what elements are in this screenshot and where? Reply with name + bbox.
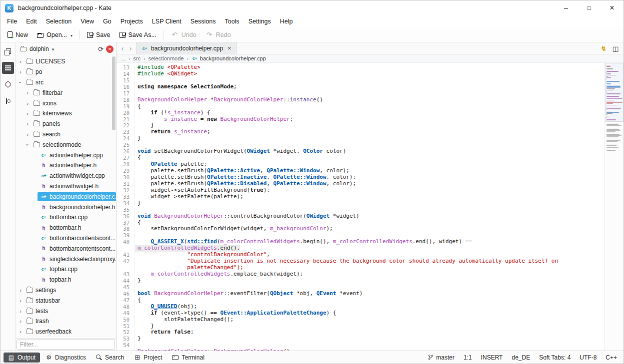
toolview-button-search[interactable]: Search	[92, 353, 128, 363]
expand-arrow-icon[interactable]	[24, 100, 30, 106]
expand-arrow-icon[interactable]	[24, 90, 30, 96]
breadcrumb-item-src[interactable]: src	[134, 55, 141, 61]
menu-selection[interactable]: Selection	[42, 16, 76, 26]
code-line[interactable]: 36void BackgroundColorHelper::controlBac…	[116, 213, 604, 220]
code-line[interactable]: 44}	[116, 278, 604, 284]
split-view-icon[interactable]	[612, 44, 618, 53]
tab-backgroundcolorhelper[interactable]: backgroundcolorhelper.cpp	[136, 42, 236, 54]
toolview-button-project[interactable]: Project	[130, 353, 166, 363]
tree-item-panels[interactable]: panels	[16, 119, 116, 129]
tree-item-selectionmode[interactable]: selectionmode	[16, 139, 116, 150]
status-master[interactable]: master	[428, 354, 454, 361]
code-line[interactable]: 21 s_instance = new BackgroundColorHelpe…	[116, 116, 604, 123]
toolview-button-terminal[interactable]: Terminal	[168, 353, 208, 363]
tree-item-po[interactable]: po	[16, 67, 116, 77]
code-editor[interactable]: 13#include <QPalette>14#include <QWidget…	[116, 63, 604, 351]
breadcrumb-item-backgroundcolorhelper-cpp[interactable]: backgroundcolorhelper.cpp	[192, 55, 266, 61]
close-button[interactable]	[600, 0, 624, 15]
code-line[interactable]: 43 m_colorControlledWidgets.emplace_back…	[116, 271, 604, 278]
code-line[interactable]: 38 setBackgroundColorForWidget(widget, m…	[116, 226, 604, 232]
tree-item-search[interactable]: search	[16, 129, 116, 140]
tree-item-filterbar[interactable]: filterbar	[16, 87, 116, 98]
tree-item-actionwithwidget-h[interactable]: actionwithwidget.h	[16, 181, 116, 192]
expand-arrow-icon[interactable]	[18, 318, 24, 324]
lightning-icon[interactable]	[601, 44, 606, 53]
tree-item-kitemviews[interactable]: kitemviews	[16, 108, 116, 119]
toolbar-open[interactable]: Open...	[33, 29, 76, 40]
code-line[interactable]: 23 return s_instance;	[116, 129, 604, 135]
tree-item-statusbar[interactable]: statusbar	[16, 295, 116, 306]
code-line[interactable]: 26void setBackgroundColorForWidget(QWidg…	[116, 148, 604, 155]
code-line[interactable]: 52 return false;	[116, 329, 604, 336]
maximize-button[interactable]	[578, 0, 600, 15]
breadcrumb-item-selectionmode[interactable]: selectionmode	[148, 55, 184, 61]
code-line[interactable]: BackgroundColorHelper::BackgroundColorHe…	[116, 349, 604, 351]
tree-item-bottombarcontentscont[interactable]: bottombarcontentscont...	[16, 233, 116, 244]
code-line[interactable]: 24}	[116, 135, 604, 142]
forward-arrow-icon[interactable]	[126, 44, 134, 52]
tree-item-icons[interactable]: icons	[16, 98, 116, 108]
menu-file[interactable]: File	[2, 16, 22, 26]
menu-lsp-client[interactable]: LSP Client	[148, 16, 186, 26]
toolbar-save[interactable]: Save	[83, 29, 114, 40]
close-panel-button[interactable]	[106, 45, 114, 53]
project-selector[interactable]: dolphin	[18, 44, 96, 53]
symbols-toolview-button[interactable]	[2, 95, 14, 107]
menu-edit[interactable]: Edit	[22, 16, 42, 26]
menu-settings[interactable]: Settings	[244, 16, 276, 26]
status-utf-8[interactable]: UTF-8	[580, 354, 596, 361]
tree-item-backgroundcolorhelper-c[interactable]: backgroundcolorhelper.c...	[16, 191, 116, 202]
tree-item-licenses[interactable]: LICENSES	[16, 56, 116, 67]
minimap[interactable]	[604, 63, 624, 351]
expand-arrow-icon[interactable]	[18, 69, 24, 75]
status-soft-tabs-4[interactable]: Soft Tabs: 4	[539, 354, 570, 361]
code-line[interactable]: 34}	[116, 200, 604, 207]
status-c[interactable]: C++	[606, 354, 617, 361]
tree-item-topbar-cpp[interactable]: topbar.cpp	[16, 264, 116, 275]
code-line[interactable]: 16using namespace SelectionMode;	[116, 84, 604, 90]
expand-arrow-icon[interactable]	[18, 329, 24, 335]
git-toolview-button[interactable]	[2, 78, 14, 90]
toolbar-save-as[interactable]: Save As...	[116, 29, 160, 40]
expand-arrow-icon[interactable]	[24, 121, 30, 127]
back-arrow-icon[interactable]	[118, 44, 126, 52]
menu-view[interactable]: View	[76, 16, 98, 26]
tree-item-actiontexthelper-cpp[interactable]: actiontexthelper.cpp	[16, 150, 116, 160]
code-line[interactable]: 33 widget->setPalette(palette);	[116, 194, 604, 200]
code-line[interactable]: 53}	[116, 336, 604, 342]
filter-input[interactable]	[16, 340, 115, 350]
code-line[interactable]: 50 slotPaletteChanged();	[116, 317, 604, 323]
collapse-arrow-icon[interactable]	[24, 142, 30, 148]
tree-item-singleclickselectionproxy[interactable]: singleclickselectionproxy...	[16, 254, 116, 264]
documents-toolview-button[interactable]	[2, 45, 14, 57]
refresh-icon[interactable]	[98, 44, 104, 53]
expand-arrow-icon[interactable]	[18, 58, 24, 64]
menu-go[interactable]: Go	[98, 16, 116, 26]
tree-item-trash[interactable]: trash	[16, 316, 116, 327]
toolbar-new[interactable]: New	[4, 29, 32, 40]
expand-arrow-icon[interactable]	[24, 131, 30, 137]
tree-item-backgroundcolorhelper-h[interactable]: backgroundcolorhelper.h	[16, 202, 116, 212]
tree-item-userfeedback[interactable]: userfeedback	[16, 327, 116, 337]
breadcrumb-item-[interactable]: ...	[121, 55, 126, 61]
tree-item-settings[interactable]: settings	[16, 285, 116, 296]
code-line[interactable]: 18BackgroundColorHelper *BackgroundColor…	[116, 97, 604, 103]
minimize-button[interactable]	[554, 0, 578, 15]
tree-item-actiontexthelper-h[interactable]: actiontexthelper.h	[16, 160, 116, 171]
menu-help[interactable]: Help	[276, 16, 298, 26]
toolview-button-output[interactable]: Output	[4, 353, 40, 363]
project-toolview-button[interactable]	[2, 62, 14, 74]
tree-item-tests[interactable]: tests	[16, 306, 116, 316]
expand-arrow-icon[interactable]	[18, 287, 24, 293]
tree-item-bottombar-cpp[interactable]: bottombar.cpp	[16, 212, 116, 223]
menu-sessions[interactable]: Sessions	[186, 16, 220, 26]
toolbar-redo[interactable]: Redo	[202, 29, 235, 40]
expand-arrow-icon[interactable]	[24, 110, 30, 116]
tab-close-icon[interactable]	[228, 44, 232, 52]
code-line[interactable]: 14#include <QWidget>	[116, 71, 604, 77]
tree-item-bottombar-h[interactable]: bottombar.h	[16, 223, 116, 233]
status-de-de[interactable]: de_DE	[512, 354, 530, 361]
toolview-button-diagnostics[interactable]: Diagnostics	[41, 353, 90, 363]
status-insert[interactable]: INSERT	[481, 354, 503, 361]
tree-item-topbar-h[interactable]: topbar.h	[16, 275, 116, 285]
